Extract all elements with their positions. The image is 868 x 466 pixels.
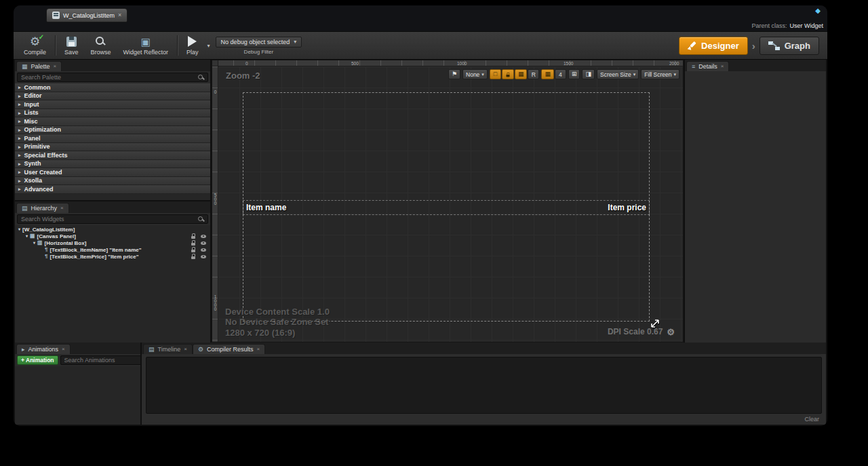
close-icon[interactable]: × xyxy=(60,206,64,211)
tab-timeline[interactable]: ▤ Timeline × xyxy=(143,344,193,354)
visibility-eye-icon[interactable] xyxy=(201,241,207,246)
designer-canvas[interactable]: 0 500 1000 1500 2000 0 500 1000 Zoom -2 … xyxy=(212,60,684,343)
category-label: Advanced xyxy=(24,186,54,193)
clear-log-button[interactable]: Clear xyxy=(804,416,819,423)
show-outlines-toggle[interactable]: □ xyxy=(490,69,501,79)
browse-button[interactable]: Browse xyxy=(87,34,115,57)
widget-reflector-button[interactable]: ▣ Widget Reflector xyxy=(120,34,172,57)
play-options-caret-icon[interactable]: ▾ xyxy=(208,43,210,49)
tab-palette[interactable]: ▦ Palette × xyxy=(16,61,62,71)
hierarchy-tab-label: Hierarchy xyxy=(31,205,58,212)
palette-category-misc[interactable]: ▸Misc xyxy=(15,117,210,126)
compiler-output-log[interactable] xyxy=(146,357,822,414)
play-label: Play xyxy=(186,49,199,56)
dpi-settings-gear-icon[interactable]: ⚙ xyxy=(667,328,675,336)
item-name-textblock[interactable]: Item name xyxy=(246,203,286,212)
palette-category-optimization[interactable]: ▸Optimization xyxy=(15,126,210,135)
hierarchy-row-horizontal-box[interactable]: ▾ ▥ [Horizontal Box] xyxy=(15,239,210,246)
save-button[interactable]: Save xyxy=(61,34,82,57)
snap-grid-toggle[interactable]: ▦ xyxy=(541,69,554,79)
visibility-eye-icon[interactable] xyxy=(201,248,207,252)
close-icon[interactable]: × xyxy=(256,347,260,352)
preview-background-button[interactable]: ◨ xyxy=(582,69,595,79)
hierarchy-row-canvas-panel[interactable]: ▾ ▦ [Canvas Panel] xyxy=(15,233,210,239)
respect-locks-toggle[interactable] xyxy=(502,69,514,79)
palette-search-input[interactable] xyxy=(21,74,195,81)
resize-rule-button[interactable]: R xyxy=(528,69,539,79)
category-label: User Created xyxy=(24,169,62,176)
palette-category-user-created[interactable]: ▸User Created xyxy=(15,168,210,177)
close-icon[interactable]: × xyxy=(62,347,65,352)
compiler-footer: Clear xyxy=(146,414,822,425)
toolbar-separator xyxy=(177,35,178,56)
play-button[interactable]: Play xyxy=(183,34,202,57)
lock-icon[interactable] xyxy=(191,240,196,246)
ruler-horizontal: 0 500 1000 1500 2000 xyxy=(212,60,683,66)
toolbar-separator xyxy=(55,35,56,56)
expander-icon[interactable]: ▾ xyxy=(18,227,20,231)
palette-category-xsolla[interactable]: ▸Xsolla xyxy=(15,177,210,186)
palette-icon: ▦ xyxy=(22,64,28,70)
hierarchy-row-textblock-itemprice[interactable]: ¶ [TextBlock_ItemPrice] "Item price" xyxy=(15,253,210,260)
palette-category-advanced[interactable]: ▸Advanced xyxy=(15,185,210,194)
fill-screen-dropdown[interactable]: Fill Screen ▾ xyxy=(641,69,679,79)
tab-details[interactable]: ≡ Details × xyxy=(686,61,729,71)
lock-icon[interactable] xyxy=(191,247,196,252)
screen-size-dropdown[interactable]: Screen Size ▾ xyxy=(597,69,639,79)
palette-category-synth[interactable]: ▸Synth xyxy=(15,160,210,169)
grid-size-dropdown[interactable]: 4 xyxy=(555,69,566,79)
graph-mode-button[interactable]: Graph xyxy=(760,37,819,55)
caret-down-icon: ▾ xyxy=(481,72,484,77)
close-icon[interactable]: × xyxy=(721,64,724,69)
visibility-eye-icon[interactable] xyxy=(201,254,207,259)
close-icon[interactable]: × xyxy=(54,64,57,69)
horizontal-box-icon: ▥ xyxy=(37,240,43,246)
canvas-panel-icon: ▦ xyxy=(30,233,35,239)
tab-animations[interactable]: ▸ Animations × xyxy=(16,344,71,354)
palette-category-special-effects[interactable]: ▸Special Effects xyxy=(15,151,210,160)
grid-snap-toggle[interactable]: ▦ xyxy=(515,69,528,79)
hierarchy-search-box xyxy=(17,214,208,224)
expander-icon[interactable]: ▾ xyxy=(26,234,28,238)
horizontal-box-outline[interactable]: Item name Item price xyxy=(243,200,650,215)
palette-category-list: ▸Common ▸Editor ▸Input ▸Lists ▸Misc ▸Opt… xyxy=(15,83,210,200)
hierarchy-search-input[interactable] xyxy=(21,216,195,222)
tab-close-icon[interactable]: × xyxy=(118,12,121,18)
category-label: Xsolla xyxy=(24,177,43,184)
asset-tab[interactable]: W_CatalogListItem × xyxy=(46,8,127,22)
hierarchy-row-textblock-itemname[interactable]: ¶ [TextBlock_ItemName] "Item name" xyxy=(15,246,210,253)
palette-category-input[interactable]: ▸Input xyxy=(15,100,210,109)
ruler-mark: 1000 xyxy=(213,294,218,311)
animations-search-input[interactable] xyxy=(64,357,140,364)
palette-category-lists[interactable]: ▸Lists xyxy=(15,109,210,118)
palette-category-editor[interactable]: ▸Editor xyxy=(15,92,210,101)
hierarchy-search-row xyxy=(15,213,210,225)
tri-right-icon: ▸ xyxy=(18,111,21,115)
flip-preview-icon: ◨ xyxy=(585,71,591,77)
palette-category-primitive[interactable]: ▸Primitive xyxy=(15,143,210,152)
tab-compiler-results[interactable]: ⚙ Compiler Results × xyxy=(193,344,265,354)
palette-search-box xyxy=(17,73,208,82)
window-corner-icon[interactable]: ◆ xyxy=(815,7,821,14)
add-animation-button[interactable]: + Animation xyxy=(17,355,58,365)
culture-dropdown[interactable]: None ▾ xyxy=(462,69,488,79)
palette-category-panel[interactable]: ▸Panel xyxy=(15,134,210,143)
zoom-to-fit-button[interactable]: ⊞ xyxy=(568,69,580,79)
item-price-textblock[interactable]: Item price xyxy=(608,203,646,212)
localization-preview-button[interactable]: ⚑ xyxy=(448,69,460,79)
hierarchy-row-root[interactable]: ▾ [W_CatalogListItem] xyxy=(15,226,210,233)
tab-hierarchy[interactable]: ▤ Hierarchy × xyxy=(16,203,69,213)
compile-button[interactable]: ⚙✓ Compile xyxy=(20,34,50,57)
palette-category-common[interactable]: ▸Common xyxy=(15,83,210,92)
hierarchy-row-label: [TextBlock_ItemName] "Item name" xyxy=(50,247,141,253)
designer-mode-button[interactable]: Designer xyxy=(679,37,748,55)
close-icon[interactable]: × xyxy=(184,347,187,352)
lock-icon[interactable] xyxy=(191,254,196,259)
expander-icon[interactable]: ▾ xyxy=(33,241,35,245)
debug-filter-label: Debug Filter xyxy=(244,49,274,55)
visibility-eye-icon[interactable] xyxy=(201,234,207,239)
caret-down-icon: ▾ xyxy=(294,39,296,45)
debug-object-dropdown[interactable]: No debug object selected ▾ xyxy=(216,37,302,47)
lock-icon[interactable] xyxy=(191,233,196,239)
animations-tabbar: ▸ Animations × xyxy=(15,343,140,354)
